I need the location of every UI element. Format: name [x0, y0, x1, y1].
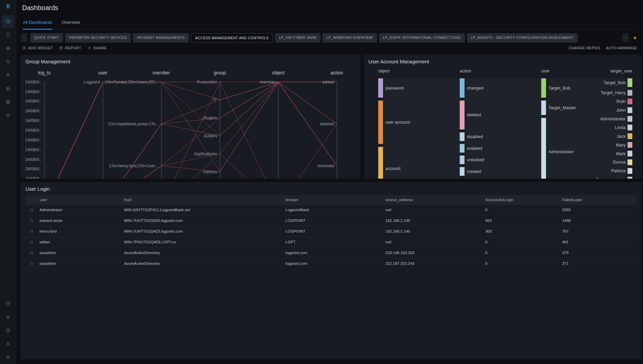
svg-text:changed: changed [467, 85, 483, 90]
add-dashboard-button[interactable]: + [632, 35, 638, 42]
svg-point-120 [30, 241, 33, 243]
row-search-icon[interactable] [25, 248, 38, 258]
dashboard-chip[interactable]: LP_GDPR: INTERNATIONAL CONNECTIONS [379, 33, 465, 43]
svg-text:CN=henry.ford,CN=User...: CN=henry.ford,CN=User... [109, 164, 158, 168]
svg-rect-67 [378, 147, 383, 179]
nav-play-icon[interactable] [2, 82, 14, 95]
nav-dashboards-icon[interactable] [2, 15, 14, 27]
svg-rect-111 [627, 159, 632, 165]
table-cell: LOGPOINT [283, 216, 383, 226]
nav-clock-icon[interactable] [2, 298, 14, 310]
svg-rect-89 [541, 118, 546, 179]
row-search-icon[interactable] [25, 258, 38, 269]
svg-text:2024/08/0..: 2024/08/0.. [25, 99, 42, 104]
svg-text:user: user [98, 70, 108, 75]
dashboard-chip[interactable]: PERIMITER SECURITY DEVICES [65, 33, 131, 43]
svg-text:Linda: Linda [615, 125, 626, 130]
table-header-cell[interactable]: domain [283, 195, 383, 204]
table-cell: 192.168.2.145 [383, 226, 483, 237]
nav-shield-icon[interactable] [2, 29, 14, 41]
table-cell: sysadmin [38, 258, 122, 269]
svg-point-121 [30, 252, 33, 254]
tab-overview[interactable]: Overview [62, 16, 80, 29]
tab-all-dashboards[interactable]: All Dashboards [23, 16, 52, 29]
svg-text:action: action [460, 68, 471, 73]
svg-text:action: action [331, 70, 343, 75]
svg-rect-87 [541, 101, 546, 115]
svg-text:group: group [214, 70, 226, 75]
svg-rect-109 [627, 151, 632, 157]
auto-arrange-button[interactable]: AUTO ARRANGE [606, 46, 637, 50]
nav-help-icon[interactable] [2, 324, 14, 337]
nav-list-icon[interactable] [2, 351, 14, 363]
svg-text:2024/08/0..: 2024/08/0.. [25, 176, 42, 179]
nav-user-icon[interactable] [2, 69, 14, 81]
svg-text:object: object [378, 68, 390, 73]
nav-report-icon[interactable] [2, 96, 14, 108]
svg-rect-85 [541, 78, 546, 98]
table-cell: logpoint.com [283, 248, 383, 258]
dashboard-chip[interactable]: ACCESS MANAGEMENT AND CONTROLS [191, 33, 273, 43]
add-widget-button[interactable]: ADD WIDGET [22, 46, 53, 50]
table-cell: 3365 [560, 205, 637, 215]
svg-text:Patricia: Patricia [611, 168, 626, 173]
row-search-icon[interactable] [25, 205, 38, 215]
table-row: edward.snowWIN-7UHTTG2Q425.logpoint.comL… [25, 215, 637, 226]
row-search-icon[interactable] [25, 237, 38, 247]
dashboard-chip[interactable]: QUICK START [30, 33, 63, 43]
dashboards-scroll-left[interactable] [21, 34, 28, 42]
dashboard-chip[interactable]: LP_AGENTX - SECURITY CONFIGURATION ASSES… [467, 33, 578, 43]
svg-rect-93 [627, 78, 632, 87]
dashboard-chip-strip: QUICK STARTPERIMITER SECURITY DEVICESINC… [30, 33, 620, 43]
dashboard-chip[interactable]: INCIDENT MANAGEMENTS [133, 33, 189, 43]
nav-profile-icon[interactable] [2, 338, 14, 350]
svg-text:2024/08/0..: 2024/08/0.. [25, 167, 42, 171]
group-management-chart[interactable]: log_tsusermembergroupobjectaction2024/08… [25, 68, 356, 179]
table-cell: 222.187.232.243 [383, 258, 483, 269]
dashboard-chip[interactable]: LP_XM CYBER VAVM [275, 33, 320, 43]
table-header-cell[interactable]: source_address [383, 195, 483, 204]
nav-gear-icon[interactable] [2, 109, 14, 121]
svg-text:CN=madeleine.jones,CN...: CN=madeleine.jones,CN... [108, 122, 159, 126]
add-widget-label: ADD WIDGET [28, 46, 53, 50]
svg-rect-103 [627, 125, 632, 130]
table-row: henry.fordWIN-7UHTTG2Q423.logpoint.comLO… [25, 226, 637, 237]
table-row: AdministratorWIN-9ZHTTG2P411.LogpointBan… [25, 204, 637, 215]
table-header-row: userhostdomainsource_addressSuccessfulLo… [25, 195, 637, 204]
table-cell: null [383, 237, 483, 247]
nav-bell-icon[interactable] [2, 311, 14, 323]
svg-point-2 [7, 48, 9, 49]
table-cell: 481 [560, 237, 637, 247]
svg-text:Logpoint: Logpoint [84, 80, 100, 84]
svg-point-5 [6, 87, 10, 90]
dashboards-scroll-right[interactable] [622, 34, 629, 42]
table-header-cell[interactable]: FailedLogin [560, 195, 637, 204]
row-search-icon[interactable] [25, 226, 38, 237]
svg-text:deleted: deleted [320, 122, 334, 126]
svg-rect-73 [460, 101, 464, 129]
table-header-cell[interactable]: host [122, 195, 283, 204]
svg-text:user account: user account [385, 120, 410, 125]
share-button[interactable]: SHARE [87, 46, 107, 50]
svg-text:deleted: deleted [467, 112, 481, 117]
table-header-cell[interactable]: SuccessfulLogin [483, 195, 560, 204]
table-cell: LGPT [283, 237, 383, 247]
widget-group-management: Group Management log_tsusermembergroupob… [21, 55, 361, 179]
report-button[interactable]: REPORT [59, 46, 81, 50]
change-repos-button[interactable]: CHANGE REPOS [569, 46, 600, 50]
user-account-management-chart[interactable]: objectactionusertarget_userpassworduser … [369, 68, 637, 179]
svg-text:2024/08/0..: 2024/08/0.. [25, 138, 42, 142]
user-login-table: userhostdomainsource_addressSuccessfulLo… [25, 195, 637, 269]
table-header-cell[interactable]: user [38, 195, 122, 204]
svg-text:Ruth: Ruth [617, 99, 626, 104]
row-search-icon[interactable] [25, 216, 38, 226]
table-cell: WIN-7UHTTG2Q423.logpoint.com [122, 226, 283, 237]
svg-text:Target_Harry: Target_Harry [600, 90, 626, 95]
svg-text:user: user [541, 68, 550, 73]
nav-target-icon[interactable] [2, 42, 14, 54]
dashboard-chip[interactable]: LP_WINDOWS OVERVIEW [322, 33, 377, 43]
table-cell: 379 [560, 248, 637, 258]
svg-rect-101 [627, 116, 632, 122]
svg-text:account: account [385, 166, 400, 171]
nav-search-icon[interactable] [2, 56, 14, 68]
